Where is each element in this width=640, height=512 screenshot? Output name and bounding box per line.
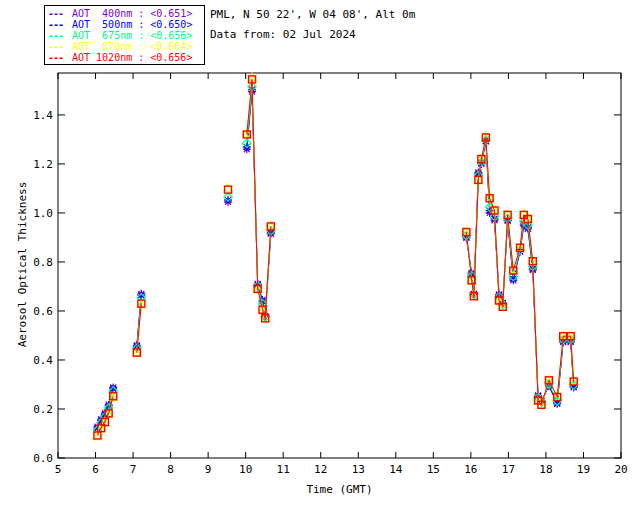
- legend-dash-sample-1020nm: ---: [48, 52, 72, 63]
- legend-label-500nm: AOT 500nm : <0.650>: [72, 19, 192, 30]
- x-tick-label: 5: [55, 463, 62, 476]
- legend-row-400nm: ---AOT 400nm : <0.651>: [48, 8, 201, 19]
- x-tick-label: 7: [130, 463, 137, 476]
- legend-box: ---AOT 400nm : <0.651> ---AOT 500nm : <0…: [44, 5, 205, 65]
- data-date-text: Data from: 02 Jul 2024: [210, 28, 356, 41]
- y-tick-label: 0.0: [33, 452, 53, 465]
- legend-row-675nm: ---AOT 675nm : <0.656>: [48, 30, 201, 41]
- y-tick-label: 0.4: [33, 354, 53, 367]
- x-tick-label: 12: [314, 463, 327, 476]
- y-tick-label: 1.4: [33, 109, 53, 122]
- x-tick-label: 17: [502, 463, 515, 476]
- asterisk-marker: [224, 196, 232, 204]
- y-tick-label: 0.6: [33, 305, 53, 318]
- x-tick-label: 9: [205, 463, 212, 476]
- legend-label-400nm: AOT 400nm : <0.651>: [72, 8, 192, 19]
- x-tick-label: 18: [539, 463, 552, 476]
- x-tick-label: 16: [464, 463, 477, 476]
- legend-row-870nm: ---AOT 870nm : <0.664>: [48, 41, 201, 52]
- legend-dash-sample-675nm: ---: [48, 30, 72, 41]
- y-tick-label: 1.2: [33, 158, 53, 171]
- aot-time-series-chart: 5678910111213141516171819200.00.20.40.60…: [0, 0, 640, 512]
- legend-row-1020nm: ---AOT 1020nm : <0.656>: [48, 52, 201, 63]
- legend-label-1020nm: AOT 1020nm : <0.656>: [72, 52, 192, 63]
- legend-label-675nm: AOT 675nm : <0.656>: [72, 30, 192, 41]
- x-tick-label: 19: [577, 463, 590, 476]
- x-tick-label: 10: [239, 463, 252, 476]
- site-location-text: PML, N 50 22', W 04 08', Alt 0m: [210, 8, 415, 21]
- legend-label-870nm: AOT 870nm : <0.664>: [72, 41, 192, 52]
- x-tick-label: 20: [614, 463, 627, 476]
- legend-dash-sample-400nm: ---: [48, 8, 72, 19]
- x-tick-label: 8: [167, 463, 174, 476]
- x-tick-label: 14: [389, 463, 403, 476]
- y-tick-label: 0.8: [33, 256, 53, 269]
- x-tick-label: 6: [92, 463, 99, 476]
- aeronet-aot-plot-window: PML, N 50 22', W 04 08', Alt 0m Data fro…: [0, 0, 640, 512]
- y-tick-label: 0.2: [33, 403, 53, 416]
- x-axis-label: Time (GMT): [58, 483, 621, 496]
- x-tick-label: 15: [427, 463, 440, 476]
- x-tick-label: 13: [352, 463, 365, 476]
- y-axis-label: Aerosol Optical Thickness: [16, 115, 29, 415]
- x-tick-label: 11: [277, 463, 290, 476]
- legend-row-500nm: ---AOT 500nm : <0.650>: [48, 19, 201, 30]
- legend-dash-sample-870nm: ---: [48, 41, 72, 52]
- legend-dash-sample-500nm: ---: [48, 19, 72, 30]
- y-tick-label: 1.0: [33, 207, 53, 220]
